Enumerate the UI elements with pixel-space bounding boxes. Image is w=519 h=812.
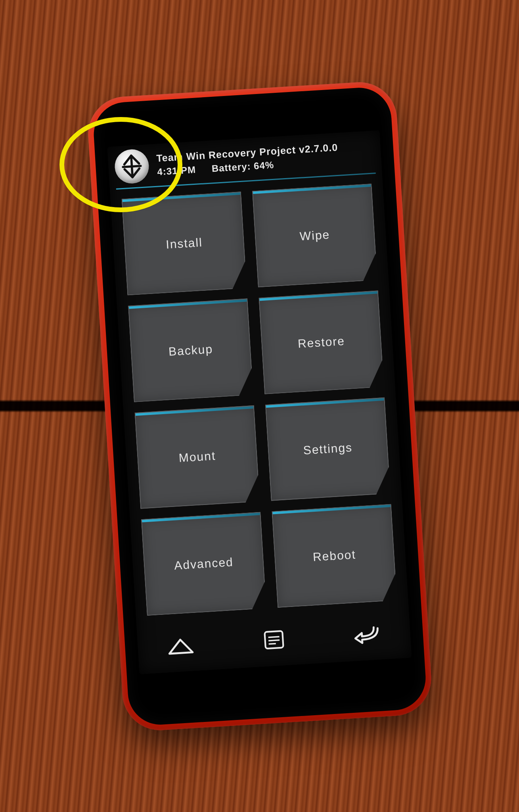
svg-rect-0 xyxy=(264,631,283,649)
twrp-logo-icon xyxy=(113,148,149,184)
header: Team Win Recovery Project v2.7.0.0 4:31 … xyxy=(107,130,382,186)
tile-label: Restore xyxy=(297,334,345,350)
svg-line-2 xyxy=(268,640,280,641)
battery-label: Battery: 64% xyxy=(211,159,274,174)
svg-line-3 xyxy=(268,643,276,644)
phone-bezel: Team Win Recovery Project v2.7.0.0 4:31 … xyxy=(92,86,427,726)
mount-button[interactable]: Mount xyxy=(134,405,260,509)
back-icon xyxy=(352,622,382,647)
restore-button[interactable]: Restore xyxy=(259,290,384,394)
screen: Team Win Recovery Project v2.7.0.0 4:31 … xyxy=(107,130,412,674)
home-button[interactable] xyxy=(156,629,205,663)
main-menu-grid: Install Wipe Backup Restore Mount xyxy=(110,180,409,628)
advanced-button[interactable]: Advanced xyxy=(141,512,266,616)
svg-line-1 xyxy=(268,637,279,637)
install-button[interactable]: Install xyxy=(121,191,247,295)
home-icon xyxy=(166,633,195,659)
tile-label: Reboot xyxy=(312,548,356,564)
tile-label: Backup xyxy=(168,342,213,358)
console-button[interactable] xyxy=(249,623,299,658)
tile-label: Install xyxy=(165,235,203,251)
console-icon xyxy=(259,628,289,653)
backup-button[interactable]: Backup xyxy=(128,298,253,402)
back-button[interactable] xyxy=(343,617,392,652)
settings-button[interactable]: Settings xyxy=(265,397,390,501)
tile-label: Wipe xyxy=(299,228,330,243)
tile-label: Mount xyxy=(178,449,216,465)
phone-case: Team Win Recovery Project v2.7.0.0 4:31 … xyxy=(86,80,433,732)
tile-label: Advanced xyxy=(174,555,234,572)
clock-label: 4:31 PM xyxy=(157,164,196,177)
reboot-button[interactable]: Reboot xyxy=(272,504,397,608)
tile-label: Settings xyxy=(303,441,352,457)
wipe-button[interactable]: Wipe xyxy=(252,183,377,287)
